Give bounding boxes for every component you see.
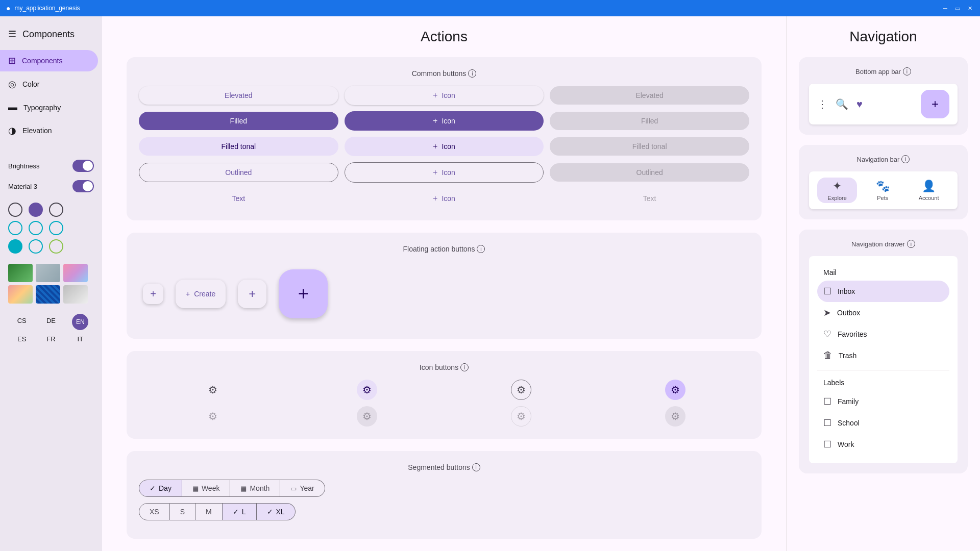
common-buttons-card: Common buttons i Elevated + Icon Elevate… — [127, 57, 762, 220]
common-buttons-info[interactable]: i — [468, 69, 476, 78]
nav-favorites[interactable]: ♡ Favorites — [817, 323, 949, 345]
bottom-fab-button[interactable]: + — [921, 90, 949, 118]
inbox-label: Inbox — [838, 287, 855, 295]
seg-s[interactable]: S — [170, 503, 195, 520]
brightness-toggle[interactable] — [72, 160, 94, 172]
image-grid — [0, 260, 102, 308]
text-button[interactable]: Text — [139, 189, 338, 208]
nav-drawer-info[interactable]: i — [907, 240, 915, 248]
seg-l[interactable]: ✓ L — [223, 503, 257, 520]
fab-card: Floating action buttons i + + Create + + — [127, 233, 762, 339]
sidebar-item-elevation[interactable]: ◑ Elevation — [0, 120, 98, 141]
filled-tonal-button[interactable]: Filled tonal — [139, 137, 338, 156]
icon-btn-filled[interactable]: ⚙ — [665, 380, 685, 400]
language-grid: CS DE EN ES FR IT — [0, 310, 102, 350]
color-dot-3[interactable] — [49, 203, 63, 217]
color-dot-9[interactable] — [49, 239, 63, 254]
main-content: Actions Common buttons i Elevated + Icon… — [102, 16, 786, 551]
brightness-label: Brightness — [8, 162, 39, 170]
elevated-icon-button[interactable]: + Icon — [345, 86, 544, 105]
color-dot-1[interactable] — [8, 203, 22, 217]
check-icon: ✓ — [150, 484, 156, 492]
fab-large-button[interactable]: + — [279, 269, 328, 318]
color-dot-7[interactable] — [8, 239, 22, 254]
filled-tonal-icon-button[interactable]: + Icon — [345, 137, 544, 156]
seg-m[interactable]: M — [195, 503, 223, 520]
segmented-title: Segmented buttons i — [139, 463, 749, 471]
sidebar-item-components[interactable]: ⊞ Components — [0, 50, 98, 71]
image-thumb-3[interactable] — [63, 264, 88, 282]
lang-cs[interactable]: CS — [8, 314, 35, 330]
nav-drawer-card: Navigation drawer i Mail ☐ Inbox ➤ Outbo… — [799, 230, 968, 473]
outbox-label: Outbox — [837, 309, 860, 317]
seg-xs[interactable]: XS — [139, 503, 170, 520]
icon-btn-tonal[interactable]: ⚙ — [357, 380, 377, 400]
lang-it[interactable]: IT — [67, 332, 94, 346]
sidebar: ☰ Components ⊞ Components ◎ Color ▬ Typo… — [0, 16, 102, 551]
text-icon-button[interactable]: + Icon — [345, 189, 544, 208]
color-dot-8[interactable] — [29, 239, 43, 254]
color-dot-6[interactable] — [49, 221, 63, 235]
icon-buttons-info[interactable]: i — [460, 363, 469, 371]
lang-de[interactable]: DE — [37, 314, 64, 330]
nav-work[interactable]: ☐ Work — [817, 434, 949, 455]
fab-info[interactable]: i — [477, 245, 485, 253]
image-thumb-1[interactable] — [8, 264, 33, 282]
nav-inbox[interactable]: ☐ Inbox — [817, 281, 949, 302]
outlined-icon-button[interactable]: + Icon — [345, 162, 544, 183]
nav-pets[interactable]: 🐾 Pets — [866, 178, 900, 203]
sidebar-label-color: Color — [22, 80, 39, 88]
fab-regular-button[interactable]: + — [238, 280, 266, 308]
restore-button[interactable]: ▭ — [953, 4, 962, 12]
seg-year[interactable]: ▭ Year — [280, 480, 325, 497]
color-dot-2[interactable] — [29, 203, 43, 217]
sidebar-item-color[interactable]: ◎ Color — [0, 73, 98, 95]
filled-icon-button[interactable]: + Icon — [345, 111, 544, 131]
fab-extended-button[interactable]: + Create — [176, 280, 226, 308]
material3-toggle-row: Material 3 — [0, 176, 102, 196]
nav-outbox[interactable]: ➤ Outbox — [817, 302, 949, 323]
more-vert-icon[interactable]: ⋮ — [817, 98, 827, 110]
filled-button[interactable]: Filled — [139, 112, 338, 130]
nav-bar-info[interactable]: i — [901, 155, 910, 163]
material3-toggle[interactable] — [72, 180, 94, 192]
image-thumb-2[interactable] — [36, 264, 60, 282]
image-thumb-4[interactable] — [8, 285, 33, 304]
segmented-info[interactable]: i — [472, 463, 480, 471]
hamburger-icon[interactable]: ☰ — [8, 29, 16, 40]
family-icon: ☐ — [823, 396, 831, 407]
sidebar-label-elevation: Elevation — [22, 127, 52, 135]
lang-fr[interactable]: FR — [37, 332, 64, 346]
filled-tonal-disabled-button: Filled tonal — [550, 137, 749, 156]
lang-es[interactable]: ES — [8, 332, 35, 346]
icon-btn-outlined[interactable]: ⚙ — [511, 380, 531, 400]
nav-explore[interactable]: ✦ Explore — [817, 178, 856, 203]
color-dot-5[interactable] — [29, 221, 43, 235]
image-thumb-6[interactable] — [63, 285, 88, 304]
calendar-icon: ▦ — [192, 485, 199, 492]
nav-account[interactable]: 👤 Account — [909, 178, 949, 203]
search-icon[interactable]: 🔍 — [836, 98, 848, 110]
elevated-button[interactable]: Elevated — [139, 86, 338, 105]
minimize-button[interactable]: ─ — [941, 4, 949, 12]
seg-xl[interactable]: ✓ XL — [257, 503, 296, 520]
image-thumb-5[interactable] — [36, 285, 60, 304]
outlined-button[interactable]: Outlined — [139, 163, 338, 182]
heart-icon[interactable]: ♥ — [856, 98, 863, 110]
bottom-bar-info[interactable]: i — [903, 67, 911, 76]
lang-en[interactable]: EN — [72, 314, 88, 330]
segmented-buttons-card: Segmented buttons i ✓ Day ▦ Week ▦ Month… — [127, 451, 762, 539]
seg-day[interactable]: ✓ Day — [139, 480, 182, 497]
nav-trash[interactable]: 🗑 Trash — [817, 345, 949, 366]
nav-bar-title: Navigation bar i — [809, 155, 958, 163]
color-dot-4[interactable] — [8, 221, 22, 235]
fab-small-button[interactable]: + — [143, 284, 163, 304]
nav-family[interactable]: ☐ Family — [817, 391, 949, 412]
close-button[interactable]: ✕ — [966, 4, 974, 12]
seg-week[interactable]: ▦ Week — [182, 480, 231, 497]
nav-school[interactable]: ☐ School — [817, 412, 949, 434]
sidebar-item-typography[interactable]: ▬ Typography — [0, 97, 98, 118]
seg-month[interactable]: ▦ Month — [230, 480, 280, 497]
icon-btn-standard[interactable]: ⚙ — [203, 380, 223, 400]
title-bar-controls[interactable]: ─ ▭ ✕ — [941, 4, 974, 12]
